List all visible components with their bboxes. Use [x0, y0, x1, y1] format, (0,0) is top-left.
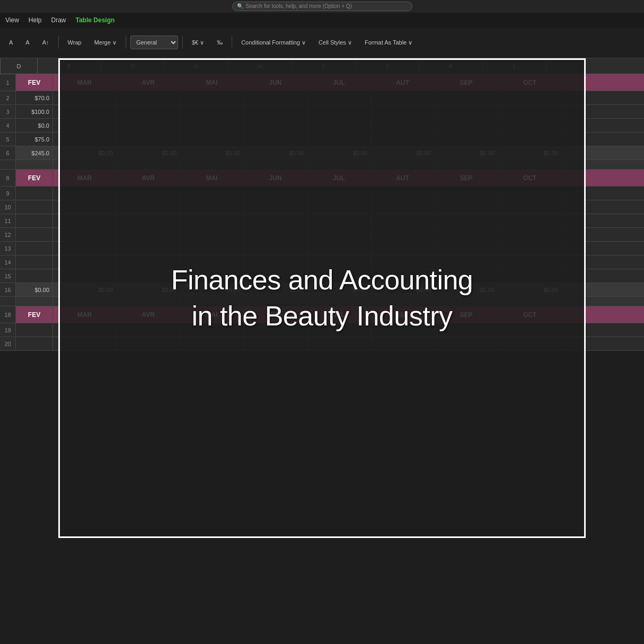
color-fill-button[interactable]: A	[4, 35, 17, 50]
ribbon: A A A↑ Wrap Merge ∨ General $€ ∨ ‰ Condi…	[0, 28, 644, 58]
format-as-table-button[interactable]: Format As Table ∨	[360, 35, 417, 50]
rn: 6	[0, 146, 16, 160]
s1r1c0[interactable]: $70.0	[16, 91, 53, 104]
toolbar: 🔍 Search for tools, help, and more (Opti…	[0, 0, 644, 58]
menu-help[interactable]: Help	[29, 16, 42, 24]
s2t0[interactable]: $0.00	[16, 283, 53, 296]
format-as-table-label: Format As Table ∨	[365, 39, 412, 46]
divider-3	[182, 36, 183, 49]
modal-title: Finances and Accountingin the Beauty Ind…	[171, 262, 473, 334]
s1h0[interactable]: FEV	[16, 74, 53, 91]
menu-table-design[interactable]: Table Design	[76, 16, 115, 24]
search-bar: 🔍 Search for tools, help, and more (Opti…	[0, 0, 644, 13]
search-box[interactable]: 🔍 Search for tools, help, and more (Opti…	[232, 2, 412, 11]
rn: 5	[0, 133, 16, 146]
conditional-formatting-button[interactable]: Conditional Formatting ∨	[236, 35, 311, 50]
rn: 19	[0, 323, 16, 337]
merge-label: Merge ∨	[94, 39, 117, 46]
s3h0[interactable]: FEV	[16, 306, 53, 323]
rn: 10	[0, 200, 16, 214]
rn: 16	[0, 283, 16, 296]
rn: 20	[0, 337, 16, 350]
s1r3c0[interactable]: $0.0	[16, 119, 53, 132]
font-size-button[interactable]: A↑	[38, 35, 54, 50]
rn: 8	[0, 170, 16, 186]
cell-styles-label: Cell Styles ∨	[319, 39, 352, 46]
g1c0	[16, 160, 53, 169]
s2h0[interactable]: FEV	[16, 170, 53, 186]
rn	[0, 160, 16, 169]
search-placeholder: Search for tools, help, and more (Option…	[246, 3, 352, 9]
divider-1	[58, 36, 59, 49]
modal-overlay: Finances and Accountingin the Beauty Ind…	[58, 58, 586, 538]
rn	[0, 297, 16, 306]
conditional-formatting-label: Conditional Formatting ∨	[241, 39, 306, 46]
rn: 14	[0, 255, 16, 269]
menu-bar: View Help Draw Table Design	[0, 13, 644, 28]
s1r2c0[interactable]: $100.0	[16, 105, 53, 118]
divider-2	[126, 36, 126, 49]
rn: 4	[0, 119, 16, 132]
menu-view[interactable]: View	[5, 16, 19, 24]
rn: 18	[0, 306, 16, 323]
s1t0[interactable]: $245.0	[16, 146, 53, 160]
col-D[interactable]: D	[1, 58, 38, 74]
divider-4	[232, 36, 232, 49]
rn: 1	[0, 74, 16, 91]
number-format-select[interactable]: General	[130, 36, 178, 49]
rn: 15	[0, 269, 16, 283]
rn: 12	[0, 228, 16, 241]
currency-button[interactable]: $€ ∨	[187, 35, 209, 50]
wrap-label: Wrap	[68, 39, 82, 46]
cell-styles-button[interactable]: Cell Styles ∨	[314, 35, 357, 50]
menu-draw[interactable]: Draw	[51, 16, 66, 24]
percent-button[interactable]: ‰	[212, 35, 227, 50]
rn: 11	[0, 214, 16, 227]
rn: 3	[0, 105, 16, 118]
percent-label: ‰	[217, 39, 223, 46]
rn: 9	[0, 187, 16, 200]
search-icon: 🔍	[237, 3, 243, 9]
font-color-button[interactable]: A	[21, 35, 34, 50]
wrap-button[interactable]: Wrap	[63, 35, 86, 50]
rn: 2	[0, 91, 16, 104]
merge-button[interactable]: Merge ∨	[90, 35, 121, 50]
currency-label: $€ ∨	[192, 39, 204, 46]
s1r4c0[interactable]: $75.0	[16, 133, 53, 146]
rn: 13	[0, 242, 16, 255]
